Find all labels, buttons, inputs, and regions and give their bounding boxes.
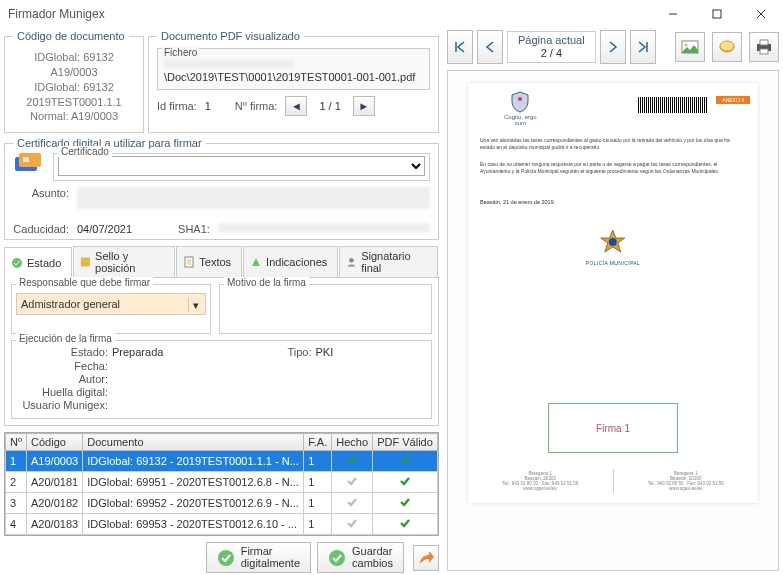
prev-page-button[interactable] [477, 30, 503, 64]
tab-sello y posición[interactable]: Sello y posición [73, 246, 175, 277]
preview-date: Beasáin, 21 de enero de 2019 [480, 199, 554, 205]
grid-header[interactable]: PDF Válido [373, 434, 438, 451]
caducidad-value: 04/07/2021 [77, 223, 132, 235]
certificado-group: Certificado digital a utilizar para firm… [4, 137, 439, 240]
grid-header[interactable]: F.A. [304, 434, 332, 451]
tab-textos[interactable]: Textos [176, 246, 242, 277]
codigo-line: 2019TEST0001.1.1 [13, 95, 135, 110]
save-icon [328, 549, 346, 567]
svg-point-4 [12, 258, 22, 268]
maximize-button[interactable] [695, 0, 739, 28]
anexo-badge: ANEXO 4 [716, 96, 750, 104]
page-label: Página actual [518, 34, 585, 47]
grid-header[interactable]: Hecho [332, 434, 373, 451]
minimize-button[interactable] [651, 0, 695, 28]
codigo-legend: Código de documento [13, 30, 129, 42]
svg-rect-16 [760, 49, 768, 54]
codigo-line: IDGlobal: 69132 [13, 80, 135, 95]
grid-header[interactable]: Código [27, 434, 83, 451]
last-page-button[interactable] [630, 30, 656, 64]
svg-rect-2 [19, 153, 41, 167]
titlebar: Firmador Munigex [0, 0, 783, 28]
svg-rect-0 [713, 10, 721, 18]
responsable-box: Responsable que debe firmar Admistrador … [11, 284, 211, 334]
logo-motto: Cogito, ergo sum [504, 114, 537, 126]
police-badge-label: POLICÍA MUNICIPAL [586, 260, 641, 266]
n-firma-prev-button[interactable]: ◄ [285, 96, 307, 116]
coin-icon [718, 38, 736, 56]
pdf-visualizado-group: Documento PDF visualizado Fichero \Doc\2… [148, 30, 439, 133]
close-button[interactable] [739, 0, 783, 28]
pdfvis-legend: Documento PDF visualizado [157, 30, 304, 42]
image-icon [681, 38, 699, 56]
tab-estado-body: Responsable que debe firmar Admistrador … [4, 278, 439, 426]
print-button[interactable] [749, 32, 779, 62]
id-firma-label: Id firma: [157, 100, 197, 112]
logo-shield-icon [511, 91, 529, 113]
ejecucion-box: Ejecución de la firma Estado:Preparada T… [11, 340, 432, 419]
barcode [638, 97, 708, 113]
tab-estado[interactable]: Estado [4, 247, 72, 278]
table-row[interactable]: 1A19/0003IDGlobal: 69132 - 2019TEST0001.… [6, 451, 438, 472]
n-firma-label: Nº firma: [235, 100, 278, 112]
pdf-page: Cogito, ergo sum ANEXO 4 Una vez abonada… [468, 83, 758, 503]
n-firma-value: 1 / 1 [319, 100, 340, 112]
pdf-preview[interactable]: Cogito, ergo sum ANEXO 4 Una vez abonada… [447, 70, 779, 571]
firmar-button[interactable]: Firmar digitalmente [206, 542, 311, 573]
image-tool-button[interactable] [675, 32, 705, 62]
first-page-button[interactable] [447, 30, 473, 64]
id-firma-value: 1 [205, 100, 211, 112]
documents-grid: NºCódigoDocumentoF.A.HechoPDF Válido 1A1… [4, 432, 439, 536]
tab-signatario final[interactable]: Signatario final [339, 246, 438, 277]
cert-box-legend: Certificado [58, 146, 112, 157]
motivo-textarea[interactable] [224, 293, 427, 327]
page-footer-col: Beregena 1Beasain, 20200Tel.: 943 02 80 … [468, 469, 613, 493]
motivo-legend: Motivo de la firma [224, 277, 309, 288]
preview-paragraph-1: Una vez abonadas las tasas correspondien… [480, 137, 746, 150]
table-row[interactable]: 3A20/0182IDGlobal: 69952 - 2020TEST0012.… [6, 493, 438, 514]
svg-point-13 [720, 41, 734, 51]
exit-button[interactable] [413, 545, 439, 571]
exit-icon [417, 549, 435, 567]
sha1-value-redacted [218, 223, 430, 233]
svg-rect-3 [23, 157, 29, 162]
svg-point-11 [685, 44, 688, 47]
responsable-value: Admistrador general [21, 298, 120, 310]
responsable-legend: Responsable que debe firmar [16, 277, 153, 288]
svg-point-7 [349, 258, 354, 263]
page-indicator: Página actual 2 / 4 [507, 31, 596, 63]
ejecucion-legend: Ejecución de la firma [16, 333, 115, 344]
pager: Página actual 2 / 4 [447, 30, 779, 64]
svg-point-8 [218, 550, 234, 566]
printer-icon [755, 38, 773, 56]
tabs: EstadoSello y posiciónTextosIndicaciones… [4, 246, 439, 278]
coin-tool-button[interactable] [712, 32, 742, 62]
asunto-value-redacted [77, 187, 430, 209]
table-row[interactable]: 4A20/0183IDGlobal: 69953 - 2020TEST0012.… [6, 514, 438, 535]
sign-icon [217, 549, 235, 567]
n-firma-next-button[interactable]: ► [353, 96, 375, 116]
tab-indicaciones[interactable]: Indicaciones [243, 246, 338, 277]
grid-header[interactable]: Nº [6, 434, 27, 451]
codigo-line: Normal: A19/0003 [13, 109, 135, 124]
fichero-box: Fichero \Doc\2019\TEST\0001\2019TEST0001… [157, 48, 430, 90]
guardar-label: Guardar cambios [352, 546, 393, 569]
grid-header[interactable]: Documento [83, 434, 304, 451]
codigo-line: A19/0003 [13, 65, 135, 80]
responsable-select[interactable]: Admistrador general ▾ [16, 293, 206, 315]
certificado-select[interactable] [58, 156, 425, 176]
guardar-button[interactable]: Guardar cambios [317, 542, 404, 573]
table-row[interactable]: 2A20/0181IDGlobal: 69951 - 2020TEST0012.… [6, 472, 438, 493]
preview-paragraph-2: En caso de no obtener ninguna respuesta … [480, 161, 746, 174]
firma-placeholder[interactable]: Firma 1 [548, 403, 678, 453]
page-footer-col: Beregena 1Beasain, 20200Tel.: 943 02 80 … [613, 469, 759, 493]
codigo-documento-group: Código de documento IDGlobal: 69132A19/0… [4, 30, 144, 133]
next-page-button[interactable] [600, 30, 626, 64]
svg-rect-5 [81, 258, 90, 267]
sha1-label: SHA1: [178, 223, 210, 235]
police-badge-icon [599, 229, 627, 257]
caducidad-label: Caducidad: [13, 223, 69, 235]
firmar-label: Firmar digitalmente [241, 546, 300, 569]
page-value: 2 / 4 [518, 47, 585, 60]
chevron-down-icon: ▾ [188, 298, 202, 312]
